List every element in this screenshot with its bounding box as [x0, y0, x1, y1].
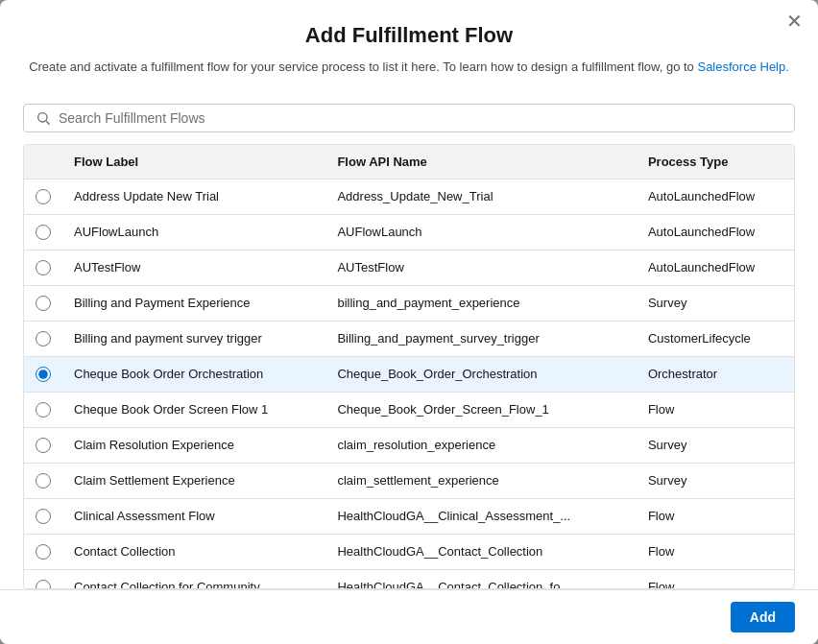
add-button[interactable]: Add — [731, 602, 795, 632]
add-fulfillment-flow-modal: ✕ Add Fulfillment Flow Create and activa… — [0, 0, 818, 644]
salesforce-help-link[interactable]: Salesforce Help. — [697, 60, 788, 74]
flow-api-name-cell: claim_resolution_experience — [325, 427, 637, 463]
process-type-cell: Flow — [637, 498, 794, 534]
flow-api-name-cell: billing_and_payment_experience — [325, 285, 637, 321]
radio-cell[interactable] — [24, 356, 62, 392]
process-type-cell: Survey — [637, 427, 794, 463]
flow-api-name-cell: Address_Update_New_Trial — [325, 179, 637, 214]
flow-label-cell: Claim Resolution Experience — [62, 427, 325, 463]
flow-api-name-cell: AUFlowLaunch — [325, 214, 637, 250]
table-row[interactable]: Claim Settlement Experienceclaim_settlem… — [24, 463, 794, 498]
flow-radio-7[interactable] — [36, 402, 51, 417]
flow-table-container[interactable]: Flow Label Flow API Name Process Type Ad… — [23, 144, 795, 590]
col-process-type: Process Type — [637, 145, 794, 179]
process-type-cell: Flow — [637, 569, 794, 589]
process-type-cell: Survey — [637, 285, 794, 321]
flow-api-name-cell: AUTestFlow — [325, 250, 637, 285]
flow-api-name-cell: Cheque_Book_Order_Orchestration — [325, 356, 637, 392]
flow-label-cell: Cheque Book Order Orchestration — [62, 356, 325, 392]
flow-label-cell: AUTestFlow — [62, 250, 325, 285]
flow-label-cell: Contact Collection for Community — [62, 569, 325, 589]
flow-api-name-cell: HealthCloudGA__Contact_Collection_fo... — [325, 569, 637, 589]
col-flow-api-name: Flow API Name — [325, 145, 637, 179]
flow-radio-10[interactable] — [36, 509, 51, 524]
flow-label-cell: Billing and Payment Experience — [62, 285, 325, 321]
table-row[interactable]: AUFlowLaunchAUFlowLaunchAutoLaunchedFlow — [24, 214, 794, 250]
flow-label-cell: Contact Collection — [62, 534, 325, 569]
process-type-cell: AutoLaunchedFlow — [637, 214, 794, 250]
table-header-row: Flow Label Flow API Name Process Type — [24, 145, 794, 179]
modal-header: Add Fulfillment Flow Create and activate… — [0, 0, 818, 92]
flow-label-cell: Clinical Assessment Flow — [62, 498, 325, 534]
flow-radio-11[interactable] — [36, 544, 51, 560]
radio-cell[interactable] — [24, 534, 62, 569]
flow-table: Flow Label Flow API Name Process Type Ad… — [24, 145, 794, 590]
flow-api-name-cell: Billing_and_payment_survey_trigger — [325, 321, 637, 356]
flow-radio-8[interactable] — [36, 438, 51, 453]
process-type-cell: Survey — [637, 463, 794, 498]
flow-label-cell: Cheque Book Order Screen Flow 1 — [62, 392, 325, 427]
process-type-cell: Orchestrator — [637, 356, 794, 392]
flow-radio-2[interactable] — [36, 225, 51, 240]
search-wrapper — [23, 104, 795, 132]
flow-label-cell: AUFlowLaunch — [62, 214, 325, 250]
process-type-cell: Flow — [637, 392, 794, 427]
table-row[interactable]: Clinical Assessment FlowHealthCloudGA__C… — [24, 498, 794, 534]
radio-cell[interactable] — [24, 427, 62, 463]
process-type-cell: Flow — [637, 534, 794, 569]
search-container — [0, 92, 818, 144]
radio-cell[interactable] — [24, 463, 62, 498]
table-row[interactable]: Address Update New TrialAddress_Update_N… — [24, 179, 794, 214]
svg-point-0 — [38, 112, 47, 121]
col-flow-label: Flow Label — [62, 145, 325, 179]
subtitle-text: Create and activate a fulfillment flow f… — [29, 60, 694, 74]
table-row[interactable]: Contact Collection for CommunityHealthCl… — [24, 569, 794, 589]
table-row[interactable]: Cheque Book Order Screen Flow 1Cheque_Bo… — [24, 392, 794, 427]
close-button[interactable]: ✕ — [786, 12, 803, 31]
radio-cell[interactable] — [24, 321, 62, 356]
flow-radio-4[interactable] — [36, 296, 51, 311]
flow-api-name-cell: HealthCloudGA__Contact_Collection — [325, 534, 637, 569]
modal-footer: Add — [0, 589, 818, 644]
flow-api-name-cell: claim_settlement_experience — [325, 463, 637, 498]
flow-radio-3[interactable] — [36, 260, 51, 275]
table-row[interactable]: AUTestFlowAUTestFlowAutoLaunchedFlow — [24, 250, 794, 285]
col-radio — [24, 145, 62, 179]
radio-cell[interactable] — [24, 250, 62, 285]
flow-label-cell: Billing and payment survey trigger — [62, 321, 325, 356]
radio-cell[interactable] — [24, 179, 62, 214]
flow-radio-1[interactable] — [36, 189, 51, 204]
flow-label-cell: Claim Settlement Experience — [62, 463, 325, 498]
table-row[interactable]: Contact CollectionHealthCloudGA__Contact… — [24, 534, 794, 569]
svg-line-1 — [46, 121, 50, 125]
modal-title: Add Fulfillment Flow — [23, 23, 795, 48]
flow-radio-5[interactable] — [36, 331, 51, 346]
radio-cell[interactable] — [24, 285, 62, 321]
flow-radio-9[interactable] — [36, 473, 51, 489]
table-row[interactable]: Billing and payment survey triggerBillin… — [24, 321, 794, 356]
radio-cell[interactable] — [24, 392, 62, 427]
radio-cell[interactable] — [24, 498, 62, 534]
table-row[interactable]: Claim Resolution Experienceclaim_resolut… — [24, 427, 794, 463]
flow-radio-12[interactable] — [36, 580, 51, 590]
flow-api-name-cell: HealthCloudGA__Clinical_Assessment_... — [325, 498, 637, 534]
process-type-cell: AutoLaunchedFlow — [637, 250, 794, 285]
search-input[interactable] — [59, 110, 782, 126]
flow-api-name-cell: Cheque_Book_Order_Screen_Flow_1 — [325, 392, 637, 427]
search-icon — [36, 110, 51, 126]
table-row[interactable]: Billing and Payment Experiencebilling_an… — [24, 285, 794, 321]
modal-subtitle: Create and activate a fulfillment flow f… — [23, 58, 795, 77]
flow-radio-6[interactable] — [36, 367, 51, 382]
radio-cell[interactable] — [24, 569, 62, 589]
radio-cell[interactable] — [24, 214, 62, 250]
process-type-cell: AutoLaunchedFlow — [637, 179, 794, 214]
flow-label-cell: Address Update New Trial — [62, 179, 325, 214]
process-type-cell: CustomerLifecycle — [637, 321, 794, 356]
table-row[interactable]: Cheque Book Order OrchestrationCheque_Bo… — [24, 356, 794, 392]
